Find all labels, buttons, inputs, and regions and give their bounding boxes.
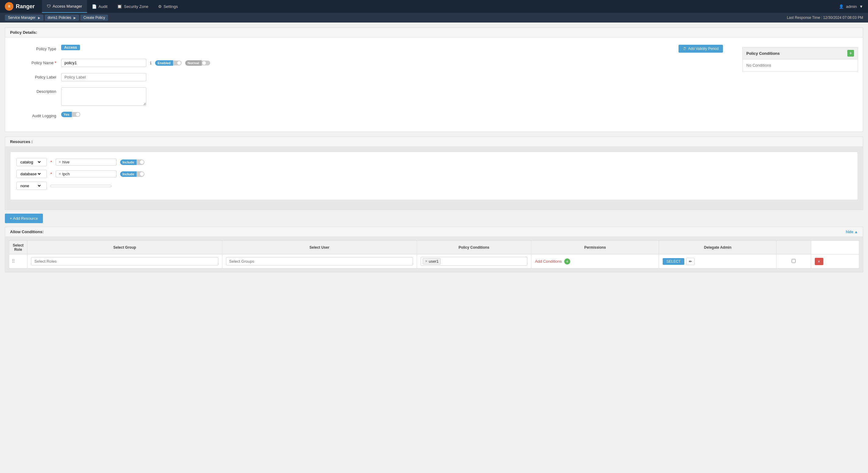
- select-permissions-button[interactable]: SELECT: [663, 258, 684, 265]
- col-actions: [776, 241, 811, 255]
- edit-permissions-button[interactable]: ✏: [686, 258, 695, 265]
- username[interactable]: admin: [846, 4, 857, 9]
- drag-handle-icon[interactable]: ⠿: [10, 259, 17, 264]
- normal-toggle[interactable]: Normal: [185, 60, 210, 66]
- tpch-tag: ✕ tpch: [58, 172, 70, 176]
- breadcrumb-service-manager[interactable]: Service Manager: [5, 14, 43, 21]
- col-select-user: Select User: [222, 241, 417, 255]
- policy-name-label: Policy Name *: [12, 59, 61, 65]
- none-tag-input[interactable]: [51, 185, 111, 187]
- svg-text:R: R: [8, 5, 10, 8]
- last-response-time: Last Response Time : 12/30/2024 07:08:03…: [787, 16, 863, 20]
- hide-link[interactable]: hide ▲: [846, 230, 858, 234]
- resource-row-none: none catalog database: [17, 182, 851, 190]
- col-select-group: Select Group: [27, 241, 222, 255]
- database-tag-input[interactable]: ✕ tpch: [56, 171, 117, 177]
- policy-name-control: ℹ Enabled Normal: [61, 59, 728, 67]
- policy-label-input[interactable]: [61, 73, 146, 81]
- description-row: Description: [12, 87, 728, 106]
- catalog-select[interactable]: catalog database none: [17, 158, 47, 166]
- allow-conditions-section: Allow Conditions: hide ▲ Select Role Sel…: [5, 227, 863, 272]
- conditions-table-head: Select Role Select Group Select User Pol…: [9, 241, 859, 255]
- no-conditions-text: No Conditions: [746, 63, 771, 67]
- shield-icon: 🛡: [47, 4, 51, 8]
- description-textarea[interactable]: [61, 87, 146, 106]
- catalog-dropdown[interactable]: catalog database none: [19, 159, 42, 165]
- nav-audit[interactable]: 📄 Audit: [87, 0, 113, 13]
- breadcrumb-create-policy[interactable]: Create Policy: [80, 14, 108, 21]
- policy-label-row: Policy Label: [12, 73, 728, 81]
- nav-access-manager[interactable]: 🛡 Access Manager: [42, 0, 87, 13]
- breadcrumb-bar: Service Manager doris1 Policies Create P…: [0, 13, 868, 23]
- policy-name-input[interactable]: [61, 59, 146, 67]
- col-delegate-admin: Delegate Admin: [659, 241, 776, 255]
- delegate-admin-cell: [776, 255, 811, 268]
- select-group-cell: [222, 255, 417, 268]
- brand-name: Ranger: [16, 3, 35, 10]
- select-groups-input[interactable]: [226, 257, 413, 265]
- policy-type-badge: Access: [61, 45, 80, 50]
- brand-logo: R: [5, 2, 13, 11]
- catalog-include-toggle[interactable]: Include: [120, 159, 145, 165]
- add-validity-period-button[interactable]: ⏱ Add Validity Period: [679, 45, 723, 53]
- hive-tag-remove[interactable]: ✕: [58, 160, 61, 164]
- description-control: [61, 87, 728, 106]
- add-conditions-link[interactable]: Add Conditions: [535, 259, 562, 264]
- select-user-cell: ✕ user1: [417, 255, 531, 268]
- allow-conditions-header: Allow Conditions: hide ▲: [5, 227, 863, 237]
- policy-details-title: Policy Details:: [10, 30, 37, 35]
- drag-handle-cell: ⠿: [9, 255, 27, 268]
- add-condition-button[interactable]: +: [847, 50, 854, 57]
- nav-items: 🛡 Access Manager 📄 Audit 🔲 Security Zone…: [42, 0, 839, 13]
- enabled-toggle[interactable]: Enabled: [155, 60, 182, 66]
- allow-conditions-title: Allow Conditions:: [10, 230, 43, 234]
- catalog-tag-input[interactable]: ✕ hive: [56, 158, 117, 166]
- policy-name-row: Policy Name * ℹ Enabled Normal: [12, 59, 728, 67]
- catalog-required: *: [51, 160, 52, 165]
- nav-settings[interactable]: ⚙ Settings: [153, 0, 183, 13]
- database-include-toggle[interactable]: Include: [120, 171, 145, 177]
- resource-row-database: database catalog none * ✕ tpch Include: [17, 170, 851, 178]
- hive-tag: ✕ hive: [58, 160, 70, 165]
- col-permissions: Permissions: [531, 241, 659, 255]
- security-zone-icon: 🔲: [117, 4, 122, 9]
- user-tag-remove[interactable]: ✕: [425, 259, 428, 263]
- audit-logging-toggle[interactable]: Yes: [61, 112, 80, 117]
- policy-label-label: Policy Label: [12, 73, 61, 80]
- none-select[interactable]: none catalog database: [17, 182, 47, 190]
- policy-type-label: Policy Type: [12, 45, 61, 51]
- conditions-table-body: ⠿ ✕ user1: [9, 255, 859, 268]
- delete-row-button[interactable]: ×: [815, 258, 823, 265]
- tpch-tag-remove[interactable]: ✕: [58, 172, 61, 176]
- resources-section: Resources : catalog database none *: [5, 137, 863, 210]
- audit-logging-control: Yes: [61, 112, 728, 117]
- database-required: *: [51, 172, 52, 176]
- delete-cell: ×: [811, 255, 859, 268]
- add-conditions-plus-button[interactable]: +: [564, 259, 570, 265]
- policy-type-row: Policy Type Access ⏱ Add Validity Period: [12, 45, 728, 53]
- breadcrumb-doris1-policies[interactable]: doris1 Policies: [45, 14, 79, 21]
- user-icon: 👤: [839, 4, 844, 9]
- policy-conditions-cell: Add Conditions +: [531, 255, 659, 268]
- select-roles-input[interactable]: [31, 257, 218, 265]
- audit-icon: 📄: [92, 4, 97, 9]
- settings-icon: ⚙: [158, 4, 162, 9]
- select-role-cell: [27, 255, 222, 268]
- brand: R Ranger: [5, 2, 35, 11]
- policy-conditions-body: No Conditions: [743, 59, 858, 71]
- info-icon[interactable]: ℹ: [150, 61, 151, 65]
- database-select[interactable]: database catalog none: [17, 170, 47, 178]
- main-content: Policy Details: Policy Type Access ⏱ Ad: [0, 23, 868, 277]
- add-resource-button[interactable]: + Add Resource: [5, 214, 43, 223]
- user-tag: ✕ user1: [423, 258, 441, 265]
- nav-security-zone[interactable]: 🔲 Security Zone: [112, 0, 153, 13]
- none-dropdown[interactable]: none catalog database: [19, 183, 42, 188]
- add-resource-container: + Add Resource: [5, 214, 863, 223]
- allow-conditions-body: Select Role Select Group Select User Pol…: [5, 237, 863, 272]
- clock-icon: ⏱: [683, 47, 686, 51]
- database-dropdown[interactable]: database catalog none: [19, 171, 42, 177]
- delegate-admin-checkbox[interactable]: [792, 259, 796, 263]
- table-row: ⠿ ✕ user1: [9, 255, 859, 268]
- user-dropdown-icon[interactable]: ▼: [859, 4, 863, 9]
- required-asterisk: *: [55, 61, 56, 65]
